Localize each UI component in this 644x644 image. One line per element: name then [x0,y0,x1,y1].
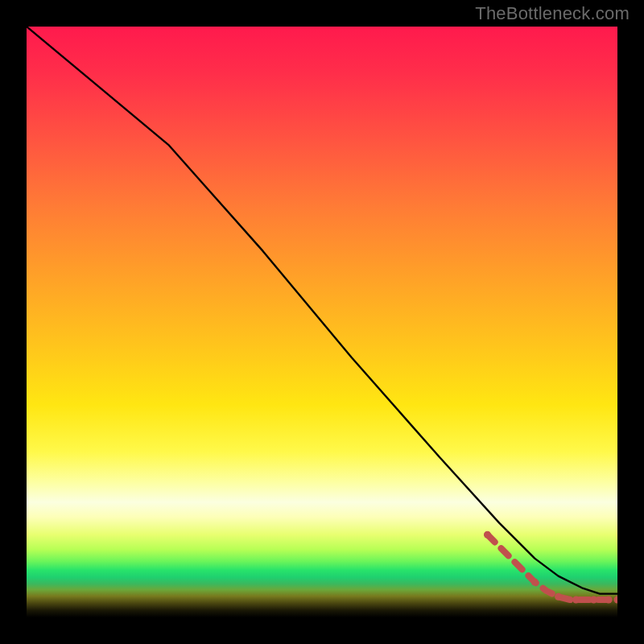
red-dot [531,579,539,586]
red-dot [572,597,580,604]
plot-area [27,27,617,617]
red-dot [590,597,597,604]
black-curve [27,27,617,594]
chart-svg [27,27,617,617]
red-dot [555,593,562,601]
red-dot [614,597,618,604]
red-dot [605,597,613,604]
red-dot [484,531,491,539]
chart-frame: TheBottleneck.com [0,0,644,644]
watermark-label: TheBottleneck.com [475,3,630,24]
